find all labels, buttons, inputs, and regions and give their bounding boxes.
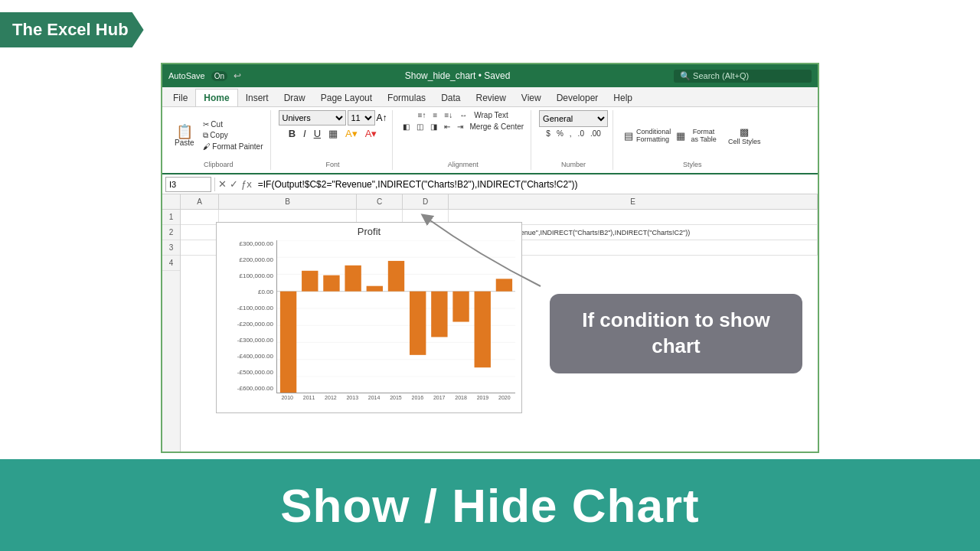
search-placeholder: Search (Alt+Q) (693, 71, 749, 80)
italic-button[interactable]: I (301, 127, 309, 140)
clipboard-label: Clipboard (204, 161, 234, 170)
autosave-label: AutoSave (168, 71, 205, 80)
indent-increase-button[interactable]: ⇥ (455, 122, 466, 132)
format-as-table-button[interactable]: ▦ Format as Table (673, 126, 722, 145)
row-header-1: 1 (162, 210, 180, 225)
formula-input[interactable] (255, 177, 815, 192)
col-headers: A B C D E (181, 194, 818, 210)
svg-rect-13 (367, 286, 383, 292)
confirm-formula-icon[interactable]: ✓ (230, 178, 238, 190)
svg-rect-16 (431, 292, 447, 337)
tab-page-layout[interactable]: Page Layout (313, 90, 380, 106)
chart-svg (277, 240, 515, 393)
border-button[interactable]: ▦ (326, 127, 340, 140)
align-center-button[interactable]: ◫ (414, 122, 426, 132)
logo-text: The Excel Hub (12, 20, 129, 39)
align-top-button[interactable]: ≡↑ (416, 110, 429, 120)
align-right-button[interactable]: ◨ (428, 122, 439, 132)
font-name-select[interactable]: Univers (279, 110, 346, 126)
comma-button[interactable]: , (567, 129, 574, 139)
tab-draw[interactable]: Draw (276, 90, 313, 106)
search-bar[interactable]: 🔍 Search (Alt+Q) (674, 70, 812, 83)
styles-label: Styles (683, 161, 702, 170)
copy-button[interactable]: ⧉ Copy (201, 130, 266, 141)
font-color-button[interactable]: A▾ (363, 127, 380, 140)
tab-file[interactable]: File (165, 90, 195, 106)
align-middle-button[interactable]: ≡ (431, 110, 440, 120)
cell-a2[interactable] (181, 225, 219, 240)
currency-button[interactable]: $ (544, 129, 553, 139)
col-and-cells: A B C D E Se (181, 194, 818, 452)
tab-data[interactable]: Data (433, 90, 468, 106)
underline-button[interactable]: U (312, 127, 323, 140)
cell-reference-input[interactable] (165, 177, 211, 192)
cancel-formula-icon[interactable]: ✕ (218, 178, 227, 190)
cell-styles-button[interactable]: ▩ Cell Styles (725, 125, 764, 147)
insert-function-icon[interactable]: ƒx (241, 178, 252, 190)
row-header-corner (162, 194, 180, 210)
indent-decrease-button[interactable]: ⇤ (442, 122, 452, 132)
conditional-formatting-button[interactable]: ▤ Conditional Formatting (621, 126, 670, 145)
logo-badge: The Excel Hub (0, 12, 144, 47)
condition-callout-text: If condition to show chart (582, 308, 770, 357)
tab-developer[interactable]: Developer (549, 90, 606, 106)
align-bottom-button[interactable]: ≡↓ (442, 110, 455, 120)
row-header-4: 4 (162, 256, 180, 271)
align-left-button[interactable]: ◧ (400, 122, 412, 132)
svg-rect-17 (452, 292, 469, 322)
format-painter-button[interactable]: 🖌 Format Painter (201, 142, 266, 152)
formula-divider (214, 178, 215, 191)
paste-button[interactable]: 📋 Paste (172, 123, 198, 148)
font-grow-icon[interactable]: A↑ (377, 112, 387, 123)
svg-rect-19 (496, 279, 512, 291)
number-label: Number (561, 161, 586, 170)
row-header-3: 3 (162, 240, 180, 256)
ribbon-content: 📋 Paste ✂ Cut ⧉ Copy 🖌 Format Painter Cl… (162, 107, 818, 174)
wrap-text-button[interactable]: Wrap Text (472, 110, 511, 120)
alignment-controls: ≡↑ ≡ ≡↓ ↔ Wrap Text ◧ ◫ ◨ ⇤ ⇥ Merge & Ce… (400, 110, 527, 161)
x-axis: 2010 2011 2012 2013 2014 2015 2016 2017 … (276, 393, 515, 406)
conditional-formatting-icon: ▤ (624, 130, 633, 142)
tab-review[interactable]: Review (468, 90, 513, 106)
autosave-toggle[interactable]: On (211, 71, 227, 81)
svg-rect-9 (280, 292, 296, 393)
text-direction-button[interactable]: ↔ (457, 110, 469, 120)
merge-center-label: Merge & Center (470, 122, 524, 131)
cells-area: Select chart you want to show Profit =IF… (181, 210, 818, 452)
cell-a3[interactable] (181, 240, 219, 255)
chart-container: Profit £300,000.00 £200,000.00 £100,000.… (216, 222, 522, 413)
cut-button[interactable]: ✂ Cut (201, 119, 266, 129)
percent-button[interactable]: % (554, 129, 566, 139)
decrease-decimal-button[interactable]: .0 (576, 129, 586, 139)
svg-rect-10 (302, 271, 318, 292)
col-header-e: E (449, 194, 818, 209)
ribbon-group-alignment: ≡↑ ≡ ≡↓ ↔ Wrap Text ◧ ◫ ◨ ⇤ ⇥ Merge & Ce… (396, 110, 532, 170)
cell-styles-label: Cell Styles (728, 138, 761, 145)
increase-decimal-button[interactable]: .00 (588, 129, 603, 139)
cell-styles-icon: ▩ (740, 126, 749, 138)
svg-rect-14 (388, 261, 404, 292)
tab-help[interactable]: Help (606, 90, 640, 106)
merge-center-button[interactable]: Merge & Center (468, 122, 527, 132)
tab-insert[interactable]: Insert (238, 90, 276, 106)
tab-formulas[interactable]: Formulas (380, 90, 433, 106)
fill-color-button[interactable]: A▾ (343, 127, 360, 140)
bold-button[interactable]: B (286, 127, 298, 140)
cell-a1[interactable] (181, 210, 219, 224)
excel-window: AutoSave On ↩ Show_hide_chart • Saved 🔍 … (161, 63, 819, 453)
undo-icon[interactable]: ↩ (234, 70, 241, 81)
paste-icon: 📋 (176, 125, 193, 139)
align-top-row: ≡↑ ≡ ≡↓ ↔ Wrap Text (416, 110, 511, 120)
clipboard-small-btns: ✂ Cut ⧉ Copy 🖌 Format Painter (201, 119, 266, 152)
number-format-select[interactable]: General (539, 110, 608, 127)
font-size-select[interactable]: 11 (348, 110, 375, 126)
tab-home[interactable]: Home (195, 89, 237, 106)
svg-rect-15 (410, 292, 426, 355)
tab-view[interactable]: View (514, 90, 549, 106)
ribbon-tabs: File Home Insert Draw Page Layout Formul… (162, 87, 818, 107)
wrap-text-label: Wrap Text (474, 111, 508, 119)
col-header-d: D (403, 194, 449, 209)
formula-icons: ✕ ✓ ƒx (218, 178, 252, 190)
font-name-row: Univers 11 A↑ (279, 110, 387, 126)
svg-rect-12 (345, 266, 361, 292)
